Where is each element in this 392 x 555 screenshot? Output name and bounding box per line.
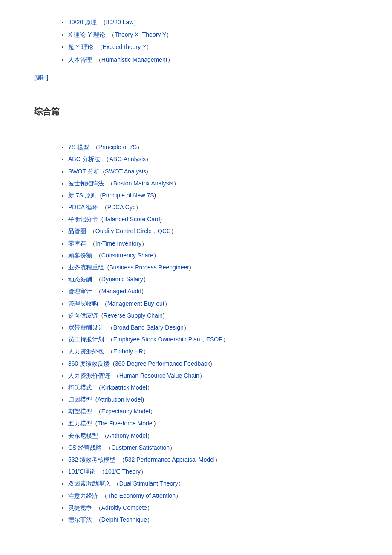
item-link[interactable]: 人力资源价值链 bbox=[68, 372, 110, 379]
item-english-link[interactable]: The Five-force Model bbox=[97, 420, 153, 427]
item-english-link[interactable]: Exceed theory Y bbox=[103, 43, 146, 50]
item-english-link[interactable]: Broad Band Salary Design bbox=[113, 324, 184, 331]
item-english-link[interactable]: 360-Degree Performance Feedback bbox=[115, 360, 210, 367]
list-item: PDCA 循环 （PDCA Cyc） bbox=[68, 202, 366, 213]
list-item: 期望模型 （Expectancy Model） bbox=[68, 406, 366, 417]
item-link[interactable]: SWOT 分析 bbox=[68, 168, 100, 175]
item-english-link[interactable]: Epiboly HR bbox=[113, 348, 143, 355]
list-item: 注意力经济 （The Economy of Attention） bbox=[68, 491, 366, 501]
item-link[interactable]: 注意力经济 bbox=[68, 492, 98, 499]
main-list: 7S 模型 （Principle of 7S）ABC 分析法 （ABC-Anal… bbox=[34, 142, 366, 525]
list-item: 灵捷竞争 （Adroitly Compete） bbox=[68, 503, 366, 513]
item-link[interactable]: 超 Y 理论 bbox=[68, 43, 93, 50]
item-link[interactable]: 归因模型 bbox=[68, 396, 92, 403]
item-english-link[interactable]: Attribution Model bbox=[97, 396, 142, 403]
item-link[interactable]: 德尔菲法 bbox=[68, 516, 92, 523]
item-english-link[interactable]: Anthony Model bbox=[107, 432, 147, 439]
item-link[interactable]: 业务流程重组 bbox=[68, 264, 104, 271]
item-link[interactable]: 532 绩效考核模型 bbox=[68, 456, 115, 463]
item-link[interactable]: 灵捷竞争 bbox=[68, 504, 92, 511]
item-link[interactable]: 品管圈 bbox=[68, 228, 86, 234]
item-english-link[interactable]: Theory X- Theory Y bbox=[115, 31, 167, 38]
list-item: 平衡记分卡 (Balanced Score Card) bbox=[68, 214, 366, 225]
list-item: 德尔菲法 （Delphi Technique） bbox=[68, 515, 366, 525]
item-english-link[interactable]: Customer Satisfaction bbox=[111, 444, 170, 451]
item-english-link[interactable]: SWOT Analysis bbox=[105, 168, 146, 175]
item-english-link[interactable]: Employee Stock Ownership Plan，ESOP bbox=[113, 336, 223, 343]
item-link[interactable]: 80/20 原理 bbox=[68, 19, 97, 26]
list-item: 逆向供应链 (Reverse Supply Chain) bbox=[68, 310, 366, 321]
item-english-link[interactable]: Dual Stimulant Theory bbox=[119, 480, 178, 487]
list-item: 532 绩效考核模型 （532 Performance Appraisal Mo… bbox=[68, 454, 366, 465]
item-english-link[interactable]: ABC-Analysis bbox=[109, 156, 146, 162]
top-list-items: 80/20 原理 （80/20 Law）X 理论-Y 理论 （Theory X-… bbox=[34, 17, 366, 65]
list-item: 7S 模型 （Principle of 7S） bbox=[68, 142, 366, 153]
section-heading: 综合篇 bbox=[34, 99, 366, 130]
item-link[interactable]: 平衡记分卡 bbox=[68, 216, 98, 223]
item-english-link[interactable]: The Economy of Attention bbox=[107, 492, 176, 499]
item-english-link[interactable]: Reverse Supply Chain bbox=[103, 312, 162, 319]
item-english-link[interactable]: 80/20 Law bbox=[106, 19, 134, 26]
item-link[interactable]: PDCA 循环 bbox=[68, 204, 98, 211]
item-english-link[interactable]: 532 Performance Appraisal Model bbox=[125, 456, 215, 463]
item-link[interactable]: 零库存 bbox=[68, 240, 86, 247]
item-english-link[interactable]: Quality Control Circle，QCC bbox=[95, 228, 171, 234]
item-link[interactable]: 柯氏模式 bbox=[68, 384, 92, 391]
item-link[interactable]: 动态薪酬 bbox=[68, 276, 92, 283]
item-english-link[interactable]: Managed Audit bbox=[101, 288, 141, 295]
item-link[interactable]: 波士顿矩阵法 bbox=[68, 180, 104, 187]
item-english-link[interactable]: Dynamic Salary bbox=[101, 276, 143, 283]
item-link[interactable]: 7S 模型 bbox=[68, 144, 89, 150]
item-link[interactable]: 顾客份额 bbox=[68, 252, 92, 259]
item-english-link[interactable]: Principle of 7S bbox=[98, 144, 137, 150]
item-english-link[interactable]: Adroitly Compete bbox=[101, 504, 147, 511]
item-link[interactable]: 宽带薪酬设计 bbox=[68, 324, 104, 331]
item-link[interactable]: 期望模型 bbox=[68, 408, 92, 415]
item-link[interactable]: 安东尼模型 bbox=[68, 432, 98, 439]
item-english-link[interactable]: Delphi Technique bbox=[101, 516, 147, 523]
item-english-link[interactable]: In-Time Inventory bbox=[95, 240, 141, 247]
list-item: 柯氏模式 （Kirkpatrick Model） bbox=[68, 382, 366, 393]
item-link[interactable]: X 理论-Y 理论 bbox=[68, 31, 105, 38]
item-link[interactable]: 人本管理 bbox=[68, 56, 92, 63]
item-link[interactable]: 101℃理论 bbox=[68, 468, 95, 475]
item-english-link[interactable]: PDCA Cyc bbox=[107, 204, 135, 211]
item-english-link[interactable]: Expectancy Model bbox=[101, 408, 150, 415]
section-title: 综合篇 bbox=[34, 104, 60, 121]
item-english-link[interactable]: Constituency Share bbox=[101, 252, 153, 259]
item-link[interactable]: 新 7S 原则 bbox=[68, 192, 97, 199]
item-link[interactable]: ABC 分析法 bbox=[68, 156, 100, 162]
list-item: 管理层收购 （Management Buy-out） bbox=[68, 298, 366, 309]
item-english-link[interactable]: Business Process Reengineer bbox=[109, 264, 189, 271]
item-english-link[interactable]: Human Resource Value Chain bbox=[119, 372, 199, 379]
list-item: 管理审计 （Managed Audit） bbox=[68, 286, 366, 297]
item-link[interactable]: CS 经营战略 bbox=[68, 444, 102, 451]
item-link[interactable]: 逆向供应链 bbox=[68, 312, 98, 319]
list-item: 业务流程重组 (Business Process Reengineer) bbox=[68, 262, 366, 273]
item-english-link[interactable]: Humanistic Management bbox=[101, 56, 167, 63]
item-link[interactable]: 双因素激励理论 bbox=[68, 480, 110, 487]
item-link[interactable]: 管理层收购 bbox=[68, 300, 98, 307]
list-item: ABC 分析法 （ABC-Analysis） bbox=[68, 154, 366, 165]
list-item: 人力资源价值链 （Human Resource Value Chain） bbox=[68, 370, 366, 381]
list-item: CS 经营战略 （Customer Satisfaction） bbox=[68, 442, 366, 453]
list-item: 动态薪酬 （Dynamic Salary） bbox=[68, 274, 366, 285]
item-english-link[interactable]: Boston Matrix Analysis bbox=[113, 180, 173, 187]
item-link[interactable]: 管理审计 bbox=[68, 288, 92, 295]
item-english-link[interactable]: Principle of New 7S bbox=[102, 192, 154, 199]
list-item: 零库存 （In-Time Inventory） bbox=[68, 238, 366, 249]
item-english-link[interactable]: 101℃ Theory bbox=[105, 468, 141, 475]
list-item: 宽带薪酬设计 （Broad Band Salary Design） bbox=[68, 322, 366, 333]
list-item: 顾客份额 （Constituency Share） bbox=[68, 250, 366, 261]
list-item: X 理论-Y 理论 （Theory X- Theory Y） bbox=[68, 29, 366, 40]
item-english-link[interactable]: Management Buy-out bbox=[107, 300, 164, 307]
item-link[interactable]: 员工持股计划 bbox=[68, 336, 104, 343]
item-english-link[interactable]: Kirkpatrick Model bbox=[101, 384, 147, 391]
item-english-link[interactable]: Balanced Score Card bbox=[103, 216, 160, 223]
list-item: 员工持股计划 （Employee Stock Ownership Plan，ES… bbox=[68, 334, 366, 345]
edit-link[interactable]: [编辑] bbox=[34, 72, 48, 82]
item-link[interactable]: 人力资源外包 bbox=[68, 348, 104, 355]
item-link[interactable]: 五力模型 bbox=[68, 420, 92, 427]
item-link[interactable]: 360 度绩效反馈 bbox=[68, 360, 110, 367]
list-item: 360 度绩效反馈 (360-Degree Performance Feedba… bbox=[68, 358, 366, 369]
